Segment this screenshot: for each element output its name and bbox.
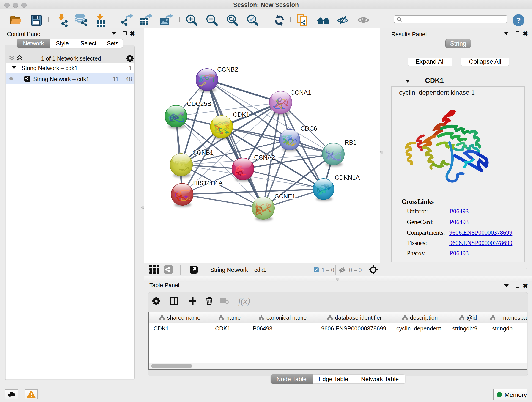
svg-text:CCNE1: CCNE1 (274, 193, 296, 200)
svg-text:CDC25B: CDC25B (187, 100, 211, 107)
svg-text:HIST1H1A: HIST1H1A (193, 180, 223, 186)
svg-text:CCNB2: CCNB2 (217, 66, 238, 73)
svg-text:RB1: RB1 (345, 139, 357, 146)
svg-text:CCNA2: CCNA2 (254, 154, 275, 161)
svg-text:CDKN1A: CDKN1A (335, 174, 360, 181)
svg-text:CCNB1: CCNB1 (192, 149, 214, 156)
svg-text:CDC6: CDC6 (300, 125, 317, 132)
svg-text:CDK1: CDK1 (233, 111, 249, 118)
svg-text:CCNA1: CCNA1 (290, 89, 311, 96)
